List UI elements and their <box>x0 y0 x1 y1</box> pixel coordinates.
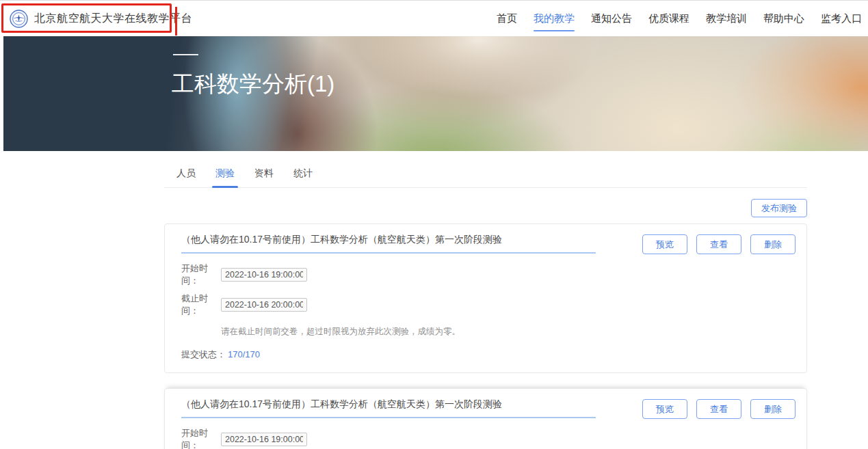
tab-personnel[interactable]: 人员 <box>176 167 196 187</box>
platform-logo[interactable]: 北京航空航天大学在线教学平台 <box>10 10 192 28</box>
test-toolbar: 发布测验 <box>164 199 807 217</box>
end-time-label: 截止时间： <box>181 292 221 317</box>
delete-button[interactable]: 删除 <box>750 399 795 419</box>
tab-tests[interactable]: 测验 <box>215 167 235 187</box>
submission-status-row: 提交状态：170/170 <box>181 349 795 361</box>
platform-title: 北京航空航天大学在线教学平台 <box>34 12 192 26</box>
main-content: 人员 测验 资料 统计 发布测验 （他人请勿在10.17号前使用）工科数学分析（… <box>164 167 807 449</box>
nav-item-my-teaching[interactable]: 我的教学 <box>533 10 575 28</box>
test-card: （他人请勿在10.17号前使用）工科数学分析（航空航天类）第一次阶段测验 预览 … <box>164 223 807 373</box>
test-actions: 预览 查看 删除 <box>642 399 795 419</box>
deadline-note: 请在截止时间前交卷，超过时限视为放弃此次测验，成绩为零。 <box>221 326 795 338</box>
course-banner: 工科数学分析(1) <box>3 36 868 151</box>
end-time-input[interactable] <box>221 298 307 312</box>
publish-test-button[interactable]: 发布测验 <box>751 199 807 217</box>
start-time-label: 开始时间： <box>181 262 221 287</box>
title-underline <box>181 252 596 254</box>
course-title: 工科数学分析(1) <box>172 69 334 100</box>
start-time-input[interactable] <box>221 268 307 282</box>
test-title-block: （他人请勿在10.17号前使用）工科数学分析（航空航天类）第一次阶段测验 <box>181 398 596 418</box>
test-actions: 预览 查看 删除 <box>642 234 795 254</box>
nav-item-quality-courses[interactable]: 优质课程 <box>648 10 690 28</box>
course-tabs: 人员 测验 资料 统计 <box>164 167 807 188</box>
preview-button[interactable]: 预览 <box>642 234 687 254</box>
preview-button[interactable]: 预览 <box>642 399 687 419</box>
banner-dash-decoration <box>173 54 198 55</box>
university-seal-icon <box>10 10 28 28</box>
nav-item-teacher-training[interactable]: 教学培训 <box>705 10 748 28</box>
top-header: 北京航空航天大学在线教学平台 首页 我的教学 通知公告 优质课程 教学培训 帮助… <box>0 0 868 36</box>
view-button[interactable]: 查看 <box>696 234 741 254</box>
nav-item-home[interactable]: 首页 <box>496 10 518 28</box>
test-title-block: （他人请勿在10.17号前使用）工科数学分析（航空航天类）第一次阶段测验 <box>181 234 596 254</box>
nav-item-proctor-entrance[interactable]: 监考入口 <box>820 10 863 28</box>
start-time-input[interactable] <box>221 433 307 446</box>
test-card: （他人请勿在10.17号前使用）工科数学分析（航空航天类）第一次阶段测验 预览 … <box>164 388 807 449</box>
delete-button[interactable]: 删除 <box>750 234 795 254</box>
test-title: （他人请勿在10.17号前使用）工科数学分析（航空航天类）第一次阶段测验 <box>181 234 596 246</box>
submission-status-label: 提交状态： <box>181 349 226 359</box>
title-underline <box>181 417 596 418</box>
tab-statistics[interactable]: 统计 <box>293 167 313 187</box>
tab-materials[interactable]: 资料 <box>254 167 274 187</box>
start-time-label: 开始时间： <box>181 427 221 449</box>
nav-item-notices[interactable]: 通知公告 <box>590 10 633 28</box>
view-button[interactable]: 查看 <box>696 399 741 419</box>
nav-item-help-center[interactable]: 帮助中心 <box>763 10 805 28</box>
submission-status-link[interactable]: 170/170 <box>228 349 260 359</box>
top-nav: 首页 我的教学 通知公告 优质课程 教学培训 帮助中心 监考入口 <box>496 10 865 28</box>
test-title: （他人请勿在10.17号前使用）工科数学分析（航空航天类）第一次阶段测验 <box>181 398 596 411</box>
